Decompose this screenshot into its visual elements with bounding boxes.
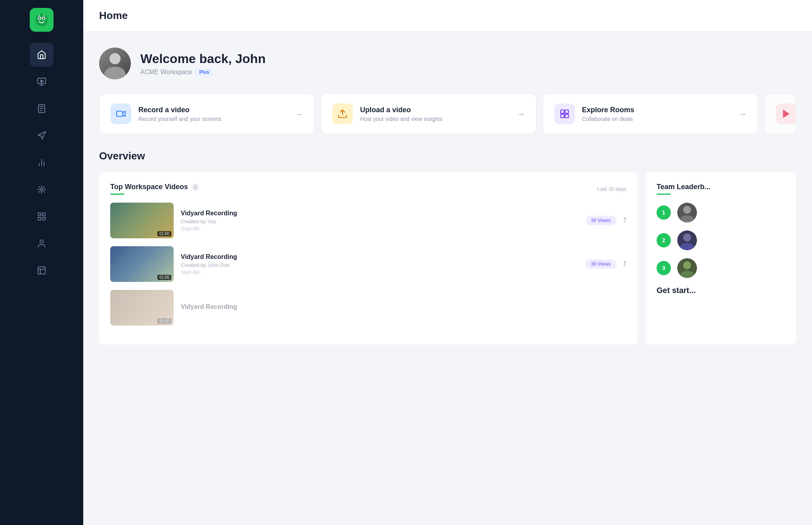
svg-point-7 <box>38 14 40 15</box>
more-icon <box>776 103 796 124</box>
video-views-1[interactable]: 30 Views <box>586 216 617 225</box>
sidebar <box>0 0 83 525</box>
video-info-2: Vidyard Recording Created by John Doe Se… <box>181 253 578 275</box>
svg-point-21 <box>40 188 43 191</box>
sidebar-item-videos[interactable] <box>30 70 54 94</box>
team-panel-title-group: Team Leaderb... <box>657 183 710 195</box>
video-thumbnail-2[interactable] <box>110 246 174 282</box>
upload-arrow: → <box>517 109 525 119</box>
sidebar-item-pages[interactable] <box>30 97 54 121</box>
page-title: Home <box>99 10 128 22</box>
upload-text: Upload a video Host your video and view … <box>360 106 509 122</box>
team-item-1: 1 <box>657 203 785 222</box>
svg-point-8 <box>44 14 45 15</box>
rank-badge-3: 3 <box>657 261 671 275</box>
team-avatar-2 <box>677 230 697 250</box>
record-title: Record a video <box>138 106 288 114</box>
rooms-text: Explore Rooms Collaborate on deals <box>582 106 732 122</box>
video-actions-1: 30 Views ⤴ <box>586 216 626 225</box>
topbar: Home <box>83 0 812 32</box>
team-avatar-3 <box>677 258 697 278</box>
share-icon-2[interactable]: ⤴ <box>623 260 626 268</box>
sidebar-item-analytics[interactable] <box>30 151 54 174</box>
record-subtitle: Record yourself and your screens <box>138 116 288 122</box>
welcome-text: Welcome back, John ACME Workspace Plus <box>140 52 266 76</box>
svg-rect-24 <box>38 217 41 220</box>
panel-underline <box>110 194 124 195</box>
video-item: Vidyard Recording Created by You Sept 9t… <box>110 203 626 238</box>
svg-point-40 <box>683 234 691 241</box>
video-item-3: Vidyard Recording <box>110 290 626 326</box>
overview-grid: Top Workspace Videos i Last 30 days Vidy… <box>99 172 796 345</box>
video-date-1: Sept 9th <box>181 226 578 232</box>
overview-title: Overview <box>99 150 796 162</box>
svg-rect-33 <box>565 110 569 113</box>
video-thumbnail-3[interactable] <box>110 290 174 326</box>
svg-marker-10 <box>41 80 43 82</box>
svg-rect-27 <box>38 267 45 274</box>
info-icon[interactable]: i <box>192 184 199 191</box>
upload-title: Upload a video <box>360 106 509 114</box>
videos-panel: Top Workspace Videos i Last 30 days Vidy… <box>99 172 638 345</box>
svg-rect-30 <box>117 111 123 117</box>
sidebar-item-apps[interactable] <box>30 205 54 228</box>
record-arrow: → <box>295 109 303 119</box>
upload-icon <box>332 103 353 124</box>
sidebar-item-templates[interactable] <box>30 259 54 282</box>
video-actions-2: 30 Views ⤴ <box>586 259 626 269</box>
rooms-arrow: → <box>739 109 747 119</box>
video-info-1: Vidyard Recording Created by You Sept 9t… <box>181 210 578 232</box>
video-title-2: Vidyard Recording <box>181 253 578 261</box>
welcome-section: Welcome back, John ACME Workspace Plus <box>99 48 796 79</box>
workspace-name: ACME Workspace <box>140 69 192 76</box>
upload-video-card[interactable]: Upload a video Host your video and view … <box>321 94 536 134</box>
svg-point-26 <box>40 240 43 243</box>
svg-rect-32 <box>561 110 564 113</box>
svg-point-37 <box>683 206 691 214</box>
sidebar-item-explore[interactable] <box>30 124 54 148</box>
rank-badge-2: 2 <box>657 233 671 247</box>
date-range-selector[interactable]: Last 30 days <box>597 186 626 192</box>
video-title-3: Vidyard Recording <box>181 303 626 310</box>
rooms-icon <box>554 103 575 124</box>
welcome-subtitle: ACME Workspace Plus <box>140 69 266 76</box>
sidebar-item-integrations[interactable] <box>30 178 54 201</box>
team-panel-header: Team Leaderb... <box>657 183 785 195</box>
user-avatar <box>99 48 131 79</box>
team-panel-title: Team Leaderb... <box>657 183 710 191</box>
video-date-2: Sept 9th <box>181 269 578 275</box>
video-views-2[interactable]: 30 Views <box>586 259 617 269</box>
plan-badge: Plus <box>196 69 212 76</box>
video-info-3: Vidyard Recording <box>181 303 626 312</box>
record-text: Record a video Record yourself and your … <box>138 106 288 122</box>
sidebar-item-team[interactable] <box>30 232 54 255</box>
rooms-title: Explore Rooms <box>582 106 732 114</box>
video-creator-2: Created by John Doe <box>181 262 578 268</box>
team-avatar-1 <box>677 203 697 222</box>
team-panel: Team Leaderb... 1 <box>645 172 796 345</box>
share-icon-1[interactable]: ⤴ <box>623 217 626 225</box>
svg-rect-34 <box>561 114 564 118</box>
videos-panel-header: Top Workspace Videos i Last 30 days <box>110 183 626 195</box>
videos-panel-title-group: Top Workspace Videos i <box>110 183 199 195</box>
get-started-text: Get start... <box>657 286 785 295</box>
video-thumbnail-1[interactable] <box>110 203 174 238</box>
more-card[interactable] <box>764 94 796 134</box>
svg-point-4 <box>43 17 44 19</box>
rooms-subtitle: Collaborate on deals <box>582 116 732 122</box>
action-cards: Record a video Record yourself and your … <box>99 94 796 134</box>
svg-point-0 <box>35 13 48 26</box>
explore-rooms-card[interactable]: Explore Rooms Collaborate on deals → <box>543 94 758 134</box>
sidebar-item-home[interactable] <box>30 43 54 67</box>
svg-point-3 <box>39 17 40 19</box>
record-video-card[interactable]: Record a video Record yourself and your … <box>99 94 314 134</box>
content-area: Welcome back, John ACME Workspace Plus R <box>83 32 812 525</box>
team-item-2: 2 <box>657 230 785 250</box>
team-underline <box>657 194 671 195</box>
svg-rect-22 <box>38 213 41 216</box>
app-logo[interactable] <box>30 8 54 32</box>
record-icon <box>111 103 131 124</box>
svg-point-43 <box>683 261 691 269</box>
videos-panel-title: Top Workspace Videos i <box>110 183 199 191</box>
welcome-title: Welcome back, John <box>140 52 266 66</box>
